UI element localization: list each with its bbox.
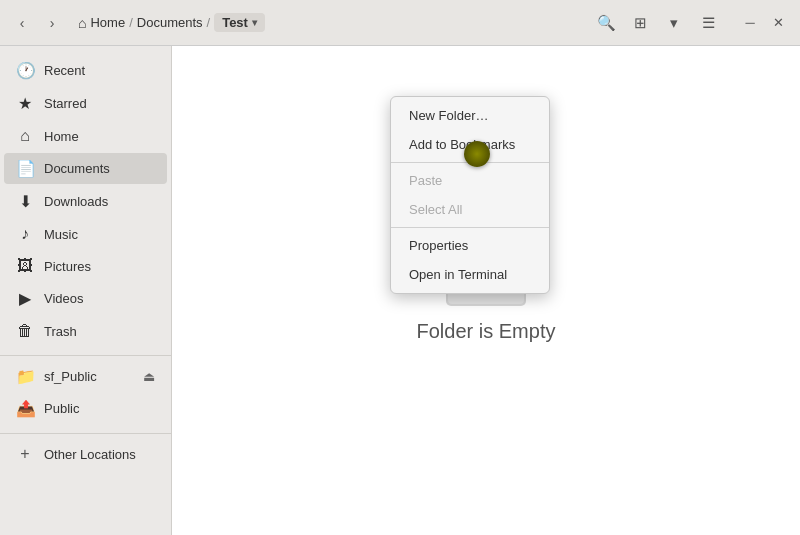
search-button[interactable]: 🔍 xyxy=(590,9,622,37)
view-button[interactable]: ⊞ xyxy=(624,9,656,37)
sidebar-item-pictures[interactable]: 🖼 Pictures xyxy=(4,251,167,281)
sidebar-item-sf-public[interactable]: 📁 sf_Public ⏏ xyxy=(4,361,167,392)
sidebar: 🕐 Recent ★ Starred ⌂ Home 📄 Documents ⬇ … xyxy=(0,46,172,535)
music-icon: ♪ xyxy=(16,225,34,243)
menu-item-open-terminal[interactable]: Open in Terminal xyxy=(391,260,549,289)
menu-separator-2 xyxy=(391,227,549,228)
breadcrumb-sep2: / xyxy=(207,15,211,30)
back-button[interactable]: ‹ xyxy=(8,9,36,37)
sidebar-item-public[interactable]: 📤 Public xyxy=(4,393,167,424)
home-sidebar-icon: ⌂ xyxy=(16,127,34,145)
breadcrumb: ⌂ Home / Documents / Test ▾ xyxy=(78,13,265,32)
breadcrumb-documents[interactable]: Documents xyxy=(137,15,203,30)
file-content-area[interactable]: Folder is Empty New Folder… Add to Bookm… xyxy=(172,46,800,535)
empty-folder-label: Folder is Empty xyxy=(417,320,556,343)
breadcrumb-current-label: Test xyxy=(222,15,248,30)
sidebar-label-documents: Documents xyxy=(44,161,110,176)
sidebar-item-home[interactable]: ⌂ Home xyxy=(4,121,167,151)
recent-icon: 🕐 xyxy=(16,61,34,80)
documents-icon: 📄 xyxy=(16,159,34,178)
menu-button[interactable]: ☰ xyxy=(692,9,724,37)
sidebar-item-trash[interactable]: 🗑 Trash xyxy=(4,316,167,346)
sidebar-label-pictures: Pictures xyxy=(44,259,91,274)
trash-icon: 🗑 xyxy=(16,322,34,340)
menu-item-properties[interactable]: Properties xyxy=(391,231,549,260)
forward-button[interactable]: › xyxy=(38,9,66,37)
menu-item-select-all: Select All xyxy=(391,195,549,224)
eject-icon[interactable]: ⏏ xyxy=(143,369,155,384)
sidebar-label-other-locations: Other Locations xyxy=(44,447,136,462)
sidebar-label-music: Music xyxy=(44,227,78,242)
context-menu: New Folder… Add to Bookmarks Paste Selec… xyxy=(390,96,550,294)
sf-public-icon: 📁 xyxy=(16,367,34,386)
nav-buttons: ‹ › xyxy=(8,9,66,37)
breadcrumb-home[interactable]: Home xyxy=(90,15,125,30)
sidebar-item-downloads[interactable]: ⬇ Downloads xyxy=(4,186,167,217)
close-button[interactable]: ✕ xyxy=(764,9,792,37)
menu-separator-1 xyxy=(391,162,549,163)
sidebar-label-sf-public: sf_Public xyxy=(44,369,97,384)
sidebar-item-recent[interactable]: 🕐 Recent xyxy=(4,55,167,86)
home-icon: ⌂ xyxy=(78,15,86,31)
sidebar-label-public: Public xyxy=(44,401,79,416)
titlebar-actions: 🔍 ⊞ ▾ ☰ xyxy=(590,9,724,37)
sidebar-section-other: + Other Locations xyxy=(0,433,171,470)
titlebar: ‹ › ⌂ Home / Documents / Test ▾ 🔍 ⊞ ▾ ☰ … xyxy=(0,0,800,46)
sidebar-item-other-locations[interactable]: + Other Locations xyxy=(4,439,167,469)
sidebar-label-starred: Starred xyxy=(44,96,87,111)
main-area: 🕐 Recent ★ Starred ⌂ Home 📄 Documents ⬇ … xyxy=(0,46,800,535)
sort-button[interactable]: ▾ xyxy=(658,9,690,37)
sidebar-item-starred[interactable]: ★ Starred xyxy=(4,88,167,119)
menu-item-paste: Paste xyxy=(391,166,549,195)
menu-item-new-folder[interactable]: New Folder… xyxy=(391,101,549,130)
menu-item-add-bookmarks[interactable]: Add to Bookmarks xyxy=(391,130,549,159)
sidebar-item-documents[interactable]: 📄 Documents xyxy=(4,153,167,184)
public-icon: 📤 xyxy=(16,399,34,418)
sidebar-label-trash: Trash xyxy=(44,324,77,339)
sidebar-item-music[interactable]: ♪ Music xyxy=(4,219,167,249)
minimize-button[interactable]: ─ xyxy=(736,9,764,37)
add-location-icon: + xyxy=(16,445,34,463)
starred-icon: ★ xyxy=(16,94,34,113)
downloads-icon: ⬇ xyxy=(16,192,34,211)
sidebar-label-home: Home xyxy=(44,129,79,144)
breadcrumb-chevron-icon: ▾ xyxy=(252,17,257,28)
sidebar-label-videos: Videos xyxy=(44,291,84,306)
sidebar-label-recent: Recent xyxy=(44,63,85,78)
sidebar-section-devices: 📁 sf_Public ⏏ 📤 Public xyxy=(0,355,171,425)
sidebar-label-downloads: Downloads xyxy=(44,194,108,209)
sidebar-item-videos[interactable]: ▶ Videos xyxy=(4,283,167,314)
breadcrumb-current[interactable]: Test ▾ xyxy=(214,13,265,32)
videos-icon: ▶ xyxy=(16,289,34,308)
window-controls: ─ ✕ xyxy=(736,9,792,37)
breadcrumb-sep1: / xyxy=(129,15,133,30)
pictures-icon: 🖼 xyxy=(16,257,34,275)
